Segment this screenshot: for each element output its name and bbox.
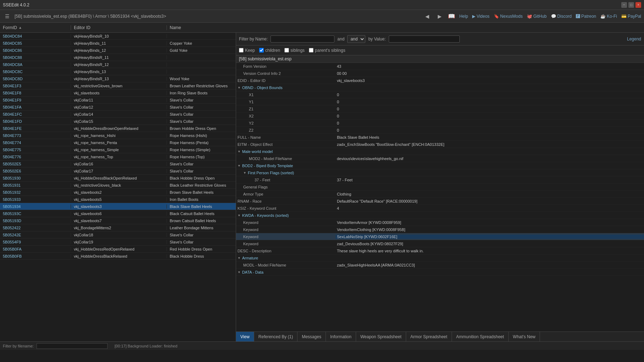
record-row[interactable]: FULL - Name Black Slave Ballet Heels: [236, 134, 644, 141]
expand-icon[interactable]: ▼: [238, 214, 241, 217]
list-item[interactable]: 5B04E1F8 vkj_slaveboots Iron Ring Slave …: [0, 89, 236, 97]
name-header[interactable]: Name: [167, 25, 644, 30]
minimize-button[interactable]: −: [621, 2, 627, 8]
form-id-header[interactable]: FormID ▲: [0, 25, 71, 30]
keep-checkbox[interactable]: Keep: [239, 48, 255, 53]
list-item[interactable]: 5B05B0FB vkj_HobbleDressBlackRelaxed Bla…: [0, 253, 236, 260]
help-link[interactable]: Help: [459, 14, 468, 19]
list-item[interactable]: 5B04DC8C vkjHeavyBinds_13: [0, 68, 236, 75]
list-item[interactable]: 5B04DC8A vkjHeavyBindsR_12: [0, 61, 236, 68]
bottom-tab-ammunition-spreadsheet[interactable]: Ammunition Spreadsheet: [452, 332, 509, 341]
list-item[interactable]: 5B04E774 vkj_rope_harness_Penta Rope Har…: [0, 139, 236, 146]
bottom-tab-referenced-by-1-[interactable]: Referenced By (1): [254, 332, 298, 341]
record-row[interactable]: Z1 0: [236, 105, 644, 113]
filter-operator-select[interactable]: and or: [347, 35, 365, 43]
list-item[interactable]: 5B04E775 vkj_rope_harness_Simple Rope Ha…: [0, 146, 236, 153]
record-row[interactable]: KSIZ - Keyword Count 4: [236, 205, 644, 212]
record-row[interactable]: ▼ BOD2 - Biped Body Template: [236, 162, 644, 169]
nav-fwd-button[interactable]: ▶: [436, 13, 444, 20]
list-item[interactable]: 5B05193D vkj_slaveboots7 Brown Catsuit B…: [0, 217, 236, 224]
record-row[interactable]: General Flags: [236, 183, 644, 191]
record-row[interactable]: RNAM - Race DefaultRace "Default Race" […: [236, 198, 644, 205]
list-item[interactable]: 5B04E1F9 vkjCollar11 Slave's Collar: [0, 97, 236, 104]
patreon-link[interactable]: 🅿 Patreon: [576, 14, 596, 19]
list-item[interactable]: 5B04E1FC vkjCollar14 Slave's Collar: [0, 111, 236, 118]
siblings-checkbox[interactable]: siblings: [284, 48, 305, 53]
record-row[interactable]: DESC - Description These slave high heel…: [236, 247, 644, 254]
list-item[interactable]: 5B04DC84 vkjHeavyBindsR_10: [0, 33, 236, 40]
record-row[interactable]: X2 0: [236, 113, 644, 120]
nav-back-button[interactable]: ◀: [423, 13, 431, 20]
filter-name-input[interactable]: [271, 35, 334, 43]
close-button[interactable]: ×: [635, 2, 641, 8]
record-row[interactable]: ▼ Armature: [236, 254, 644, 262]
kofi-link[interactable]: ☕ Ko-Fi: [600, 14, 617, 19]
filter-filename-input[interactable]: [37, 343, 108, 349]
bottom-tab-messages[interactable]: Messages: [298, 332, 326, 341]
github-link[interactable]: 🐙 GitHub: [527, 14, 546, 19]
list-item[interactable]: 5B04E773 vkj_rope_harness_Hishi Rope Har…: [0, 132, 236, 139]
record-row[interactable]: Y2 0: [236, 120, 644, 127]
record-row[interactable]: Keyword zad_DeviousBoots [KYWD:08027F29]: [236, 240, 644, 247]
list-item[interactable]: 5B052422 vkj_BondageMittens2 Leather Bon…: [0, 224, 236, 231]
record-row[interactable]: MODL - Model FileName zadx_SlaveHighHeel…: [236, 262, 644, 269]
record-row[interactable]: Armor Type Clothing: [236, 191, 644, 198]
list-item[interactable]: 5B0502E5 vkjCollar16 Slave's Collar: [0, 160, 236, 168]
videos-link[interactable]: ▶ Videos: [472, 14, 489, 19]
bottom-tab-what-s-new[interactable]: What's New: [509, 332, 540, 341]
list-item[interactable]: 5B04DC86 vkjHeavyBinds_12 Gold Yoke: [0, 47, 236, 54]
record-row[interactable]: ▼ First Person Flags (sorted): [236, 169, 644, 176]
filter-value-input[interactable]: [389, 35, 460, 43]
nexusmods-link[interactable]: 🔖 NexusMods: [494, 14, 523, 19]
list-item[interactable]: 5B04E1F3 vkj_restrictiveGloves_brown Bro…: [0, 82, 236, 89]
record-row[interactable]: MOD2 - Model FileName devious\devices\sl…: [236, 155, 644, 162]
list-item[interactable]: 5B051931 vkj_restrictiveGloves_black Bla…: [0, 182, 236, 189]
expand-icon[interactable]: ▼: [238, 150, 241, 153]
expand-icon[interactable]: ▼: [243, 171, 246, 175]
record-row[interactable]: EITM - Object Effect zadx_EnchSlowBoots …: [236, 141, 644, 148]
record-row[interactable]: Z2 0: [236, 127, 644, 134]
paypal-link[interactable]: 💳 PayPal: [621, 14, 641, 19]
bottom-tab-information[interactable]: Information: [326, 332, 356, 341]
list-item[interactable]: 5B051932 vkj_slaveboots2 Brown Slave Bal…: [0, 189, 236, 196]
list-item[interactable]: 5B051933 vkj_slaveboots5 Iron Ballet Boo…: [0, 196, 236, 203]
parents-siblings-checkbox[interactable]: parent's siblings: [309, 48, 345, 53]
list-item[interactable]: 5B04E1FA vkjCollar12 Slave's Collar: [0, 104, 236, 111]
discord-link[interactable]: 💬 Discord: [551, 14, 572, 19]
expand-icon[interactable]: ▼: [238, 86, 241, 89]
record-row[interactable]: 37 - Feet 37 - Feet: [236, 176, 644, 183]
list-item[interactable]: 5B04E776 vkj_rope_harness_Top Rope Harne…: [0, 153, 236, 160]
record-row[interactable]: Keyword SexLabNoStrip [KYWD:0602F16E]: [236, 233, 644, 240]
record-row[interactable]: ▼ OBND - Object Bounds: [236, 84, 644, 91]
bottom-tab-weapon-spreadsheet[interactable]: Weapon Spreadsheet: [356, 332, 406, 341]
list-item[interactable]: 5B05B0FA vkj_HobbleDressRedOpenRelaxed R…: [0, 246, 236, 253]
record-row[interactable]: Keyword VendorItemArmor [KYWD:0008F959]: [236, 219, 644, 226]
list-item[interactable]: 5B051934 vkj_slaveboots3 Black Slave Bal…: [0, 203, 236, 210]
record-row[interactable]: Form Version 43: [236, 63, 644, 70]
record-content[interactable]: [5B] submissivelola_est.esp Form Version…: [236, 55, 644, 331]
list-item[interactable]: 5B04E1FD vkjCollar15 Slave's Collar: [0, 118, 236, 125]
list-item[interactable]: 5B0502E6 vkjCollar17 Slave's Collar: [0, 168, 236, 175]
record-row[interactable]: Version Control Info 2 00 00: [236, 70, 644, 77]
list-item[interactable]: 5B05193C vkj_slaveboots6 Black Catsuit B…: [0, 210, 236, 217]
list-item[interactable]: 5B04DC88 vkjHeavyBindsR_11: [0, 54, 236, 61]
expand-icon[interactable]: ▼: [238, 256, 241, 260]
expand-icon[interactable]: ▼: [238, 270, 241, 274]
record-row[interactable]: ▼ Male world model: [236, 148, 644, 155]
bottom-tab-armor-spreadsheet[interactable]: Armor Spreadsheet: [406, 332, 452, 341]
record-row[interactable]: ▼ DATA - Data: [236, 269, 644, 276]
record-row[interactable]: EDID - Editor ID vkj_slaveboots3: [236, 77, 644, 84]
expand-icon[interactable]: ▼: [238, 164, 241, 168]
list-item[interactable]: 5B04DC85 vkjHeavyBinds_11 Copper Yoke: [0, 40, 236, 47]
maximize-button[interactable]: □: [628, 2, 634, 8]
hamburger-icon[interactable]: ☰: [3, 12, 12, 21]
children-checkbox[interactable]: children: [259, 48, 280, 53]
bottom-tab-view[interactable]: View: [236, 332, 254, 341]
list-item[interactable]: 5B04E1FE vkj_HobbleDressBrownOpenRelaxed…: [0, 125, 236, 132]
legend-button[interactable]: Legend: [627, 37, 641, 42]
list-item[interactable]: 5B051930 vkj_HobbleDressBlackOpenRelaxed…: [0, 175, 236, 182]
list-item[interactable]: 5B0554F9 vkjCollar19 Slave's Collar: [0, 238, 236, 246]
editor-id-header[interactable]: Editor ID: [71, 25, 167, 30]
record-row[interactable]: X1 0: [236, 91, 644, 98]
list-item[interactable]: 5B04DC8D vkjHeavyBindsR_13 Wood Yoke: [0, 75, 236, 82]
